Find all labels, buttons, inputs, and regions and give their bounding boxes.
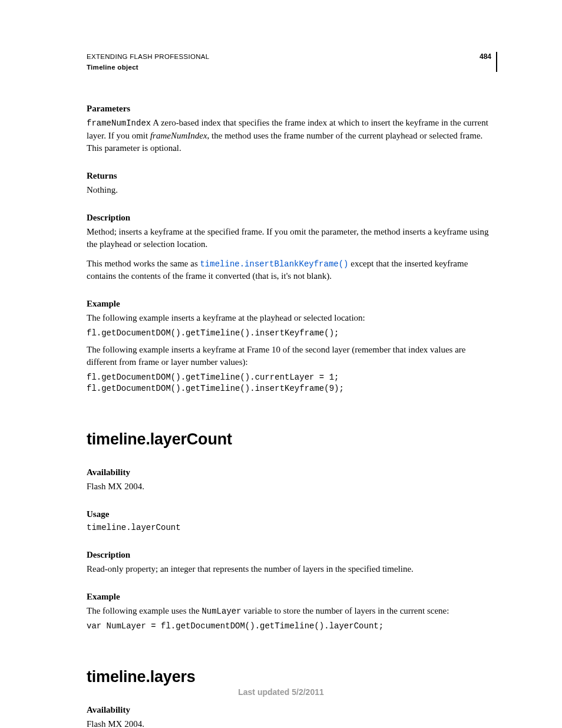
desc2-a: This method works the same as xyxy=(87,259,200,268)
section-layercount: Availability Flash MX 2004. Usage timeli… xyxy=(87,466,497,632)
page-header: EXTENDING FLASH PROFESSIONAL Timeline ob… xyxy=(87,52,497,72)
description-text-lc: Read-only property; an integer that repr… xyxy=(87,563,497,575)
doc-subtitle: Timeline object xyxy=(87,62,209,72)
api-title-layers: timeline.layers xyxy=(87,666,497,689)
example-intro-2: The following example inserts a keyframe… xyxy=(87,344,497,368)
availability-heading-3: Availability xyxy=(87,704,497,716)
example-intro-1: The following example inserts a keyframe… xyxy=(87,312,497,324)
example-heading-2: Example xyxy=(87,591,497,603)
section-layers: Availability Flash MX 2004. xyxy=(87,704,497,728)
availability-text-3: Flash MX 2004. xyxy=(87,718,497,728)
example-intro-lc: The following example uses the NumLayer … xyxy=(87,605,497,618)
header-left: EXTENDING FLASH PROFESSIONAL Timeline ob… xyxy=(87,52,209,72)
example-intro-a: The following example uses the xyxy=(87,606,201,615)
example-intro-code: NumLayer xyxy=(201,607,241,616)
parameters-text: frameNumIndex A zero-based index that sp… xyxy=(87,117,497,154)
returns-heading: Returns xyxy=(87,170,497,182)
usage-heading: Usage xyxy=(87,508,497,521)
example-intro-b: variable to store the number of layers i… xyxy=(242,606,449,615)
api-title-layercount: timeline.layerCount xyxy=(87,429,497,451)
page-footer: Last updated 5/2/2011 xyxy=(0,687,562,699)
param-name-code: frameNumIndex xyxy=(87,118,151,128)
description-heading-2: Description xyxy=(87,549,497,561)
returns-text: Nothing. xyxy=(87,184,497,196)
availability-heading: Availability xyxy=(87,466,497,479)
example-code-2: fl.getDocumentDOM().getTimeline().curren… xyxy=(87,372,497,394)
example-code-lc: var NumLayer = fl.getDocumentDOM().getTi… xyxy=(87,621,497,632)
header-right: 484 xyxy=(480,52,497,72)
example-code-1: fl.getDocumentDOM().getTimeline().insert… xyxy=(87,328,497,339)
example-heading: Example xyxy=(87,298,497,310)
doc-title: EXTENDING FLASH PROFESSIONAL xyxy=(87,52,209,61)
param-name-italic: frameNumIndex xyxy=(150,131,207,140)
description-heading: Description xyxy=(87,212,497,224)
page-number: 484 xyxy=(480,52,496,62)
parameters-heading: Parameters xyxy=(87,103,497,115)
description-text-1: Method; inserts a keyframe at the specif… xyxy=(87,226,497,251)
usage-code: timeline.layerCount xyxy=(87,522,497,533)
availability-text: Flash MX 2004. xyxy=(87,480,497,493)
section-insertkeyframe-continued: Parameters frameNumIndex A zero-based in… xyxy=(87,103,497,394)
insert-blank-keyframe-link[interactable]: timeline.insertBlankKeyframe() xyxy=(200,259,348,269)
description-text-2: This method works the same as timeline.i… xyxy=(87,258,497,283)
page-rule xyxy=(496,52,497,72)
